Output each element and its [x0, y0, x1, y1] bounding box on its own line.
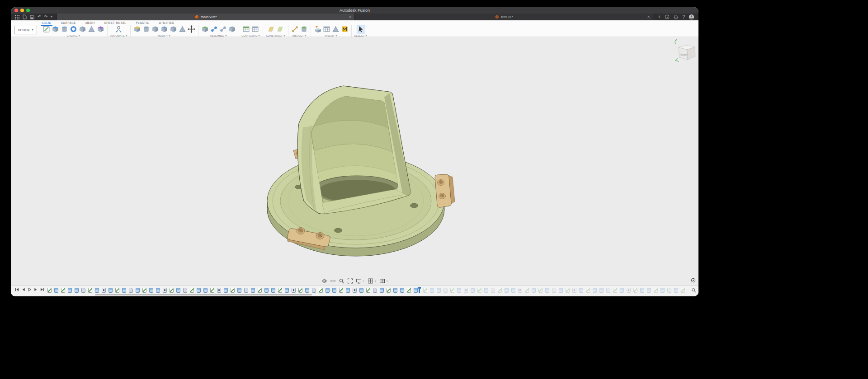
timeline-play-icon[interactable]: [28, 287, 32, 292]
viewports-caret[interactable]: [387, 281, 388, 281]
timeline-feature-extrude[interactable]: [471, 288, 475, 293]
display-settings-caret[interactable]: [363, 281, 364, 281]
viewcube-front-label[interactable]: FRONT: [680, 54, 688, 56]
shell-icon[interactable]: [151, 25, 159, 33]
zoom-icon[interactable]: [339, 278, 344, 284]
select-cursor-icon[interactable]: [357, 25, 365, 33]
timeline-feature-extrude[interactable]: [545, 288, 549, 293]
press-pull-icon[interactable]: [133, 25, 141, 33]
timeline-feature-fillet[interactable]: [312, 288, 316, 293]
fit-view-icon[interactable]: [347, 278, 353, 284]
timeline-feature-sketch[interactable]: [210, 288, 214, 293]
create-sketch-icon[interactable]: [42, 25, 50, 33]
timeline-feature-extrude[interactable]: [380, 288, 384, 293]
configure-icon[interactable]: [242, 25, 250, 33]
insert-derive-icon[interactable]: [314, 25, 321, 33]
timeline-feature-hole[interactable]: [627, 288, 631, 293]
insert-mcmaster-icon[interactable]: [341, 25, 349, 33]
timeline-feature-fillet[interactable]: [373, 288, 377, 293]
timeline-feature-fillet[interactable]: [606, 288, 610, 293]
timeline-feature-sketch[interactable]: [142, 288, 146, 293]
timeline-feature-extrude[interactable]: [559, 288, 563, 293]
timeline-feature-extrude[interactable]: [285, 288, 289, 293]
joint-icon[interactable]: [210, 25, 218, 33]
loft-icon[interactable]: [79, 25, 86, 33]
timeline-feature-sketch[interactable]: [319, 288, 323, 293]
timeline-feature-extrude[interactable]: [224, 288, 228, 293]
timeline-feature-fillet[interactable]: [443, 288, 448, 293]
timeline-feature-extrude[interactable]: [647, 288, 651, 293]
timeline-feature-extrude[interactable]: [346, 288, 350, 293]
as-built-joint-icon[interactable]: [219, 25, 227, 33]
canvas-corner-icon[interactable]: [691, 278, 696, 283]
help-icon[interactable]: ?: [682, 15, 685, 19]
timeline-feature-sketch[interactable]: [681, 288, 685, 293]
timeline-feature-hole[interactable]: [163, 288, 167, 293]
rigid-group-icon[interactable]: [228, 25, 236, 33]
grid-settings-caret[interactable]: [375, 281, 376, 281]
automate-bot-icon[interactable]: [115, 25, 123, 33]
timeline-feature-extrude[interactable]: [203, 288, 208, 293]
timeline-feature-fillet[interactable]: [183, 288, 187, 293]
timeline-feature-sketch[interactable]: [477, 288, 481, 293]
timeline-feature-extrude[interactable]: [620, 288, 624, 293]
timeline-track[interactable]: [47, 287, 689, 293]
file-icon[interactable]: [23, 14, 27, 19]
timeline-feature-sketch[interactable]: [387, 288, 391, 293]
timeline-feature-extrude[interactable]: [237, 288, 241, 293]
primitive-box-icon[interactable]: [97, 25, 104, 33]
timeline-feature-extrude[interactable]: [640, 288, 644, 293]
section-analysis-icon[interactable]: [300, 25, 308, 33]
workspace-selector[interactable]: DESIGN: [14, 26, 37, 34]
configuration-table-icon[interactable]: [251, 25, 259, 33]
close-tab-icon[interactable]: ✕: [647, 15, 650, 19]
timeline-step-back-icon[interactable]: [21, 287, 25, 292]
timeline-skip-start-icon[interactable]: [15, 287, 19, 292]
timeline-feature-extrude[interactable]: [511, 288, 515, 293]
undo-icon[interactable]: ↶: [38, 15, 41, 19]
timeline-feature-sketch[interactable]: [498, 288, 502, 293]
timeline-feature-extrude[interactable]: [122, 288, 126, 293]
timeline-feature-extrude[interactable]: [430, 288, 434, 293]
document-tab-main[interactable]: main v25* ✕: [57, 14, 355, 20]
ribbon-tab-utilities[interactable]: UTILITIES: [158, 21, 175, 25]
move-icon[interactable]: [188, 25, 195, 33]
timeline-feature-extrude[interactable]: [400, 288, 404, 293]
offset-face-icon[interactable]: [170, 25, 177, 33]
viewport-canvas[interactable]: FRONT: [11, 37, 698, 285]
minimize-window-button[interactable]: [20, 9, 24, 12]
timeline-feature-hole[interactable]: [102, 288, 106, 293]
ribbon-tab-solid[interactable]: SOLID: [41, 21, 52, 25]
save-icon[interactable]: [30, 15, 34, 19]
timeline-feature-extrude[interactable]: [359, 288, 363, 293]
construct-axis-icon[interactable]: [276, 25, 284, 33]
timeline-feature-extrude[interactable]: [414, 288, 418, 293]
timeline-feature-extrude[interactable]: [251, 288, 255, 293]
extrude-icon[interactable]: [52, 25, 59, 33]
timeline-feature-sketch[interactable]: [538, 288, 542, 293]
timeline-zoom-icon[interactable]: [691, 288, 696, 293]
timeline-feature-sketch[interactable]: [525, 288, 529, 293]
timeline-feature-hole[interactable]: [292, 288, 296, 293]
sweep-icon[interactable]: [70, 25, 77, 33]
revolve-icon[interactable]: [61, 25, 68, 33]
timeline-feature-extrude[interactable]: [75, 288, 79, 293]
timeline-feature-extrude[interactable]: [484, 288, 488, 293]
timeline-feature-extrude[interactable]: [176, 288, 180, 293]
grid-settings-icon[interactable]: [368, 278, 373, 284]
timeline-feature-hole[interactable]: [518, 288, 522, 293]
timeline-feature-extrude[interactable]: [599, 288, 604, 293]
timeline-feature-sketch[interactable]: [586, 288, 590, 293]
timeline-feature-fillet[interactable]: [81, 288, 85, 293]
timeline-feature-extrude[interactable]: [54, 288, 58, 293]
timeline-feature-sketch[interactable]: [231, 288, 235, 293]
ribbon-tab-plastic[interactable]: PLASTIC: [135, 21, 150, 25]
timeline-feature-extrude[interactable]: [326, 288, 330, 293]
ribbon-tab-mesh[interactable]: MESH: [85, 21, 95, 25]
timeline-feature-sketch[interactable]: [613, 288, 617, 293]
timeline-feature-extrude[interactable]: [156, 288, 160, 293]
timeline-feature-extrude[interactable]: [579, 288, 583, 293]
measure-icon[interactable]: [291, 25, 299, 33]
app-grid-icon[interactable]: [15, 15, 19, 19]
timeline-feature-extrude[interactable]: [149, 288, 153, 293]
